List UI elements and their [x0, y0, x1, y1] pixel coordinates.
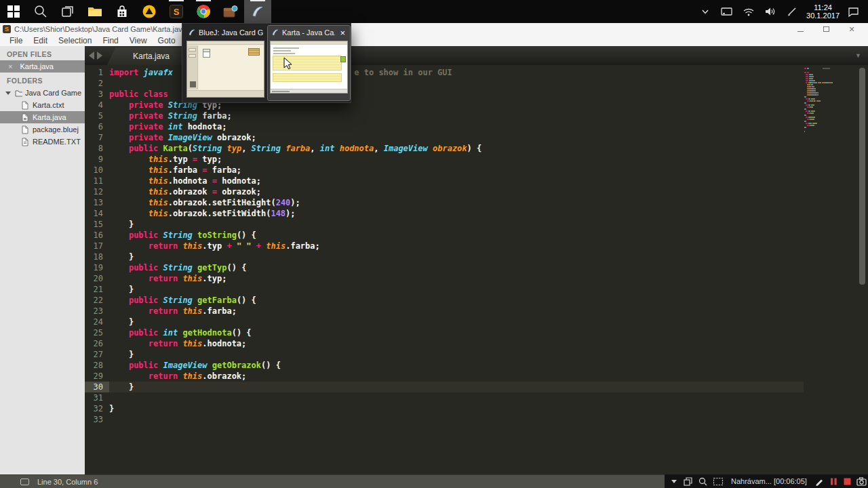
taskbar-clock[interactable]: 11:24 30.1.2017 [806, 3, 840, 20]
code-line-24: 24 } [85, 317, 804, 327]
file-icon [22, 125, 29, 134]
recorder-camera-icon[interactable] [856, 476, 867, 487]
recorder-pencil-icon[interactable] [814, 476, 825, 487]
bluej-icon [188, 26, 195, 39]
line-number: 4 [85, 100, 109, 110]
tree-file-package-bluej[interactable]: package.bluej [0, 123, 85, 136]
line-number: 32 [85, 403, 109, 414]
open-file-karta-java[interactable]: × Karta.java [0, 60, 85, 73]
menu-goto[interactable]: Goto [153, 36, 181, 45]
window-controls: ✕ [796, 25, 865, 34]
pen-icon[interactable] [785, 4, 800, 19]
menu-file[interactable]: File [4, 36, 28, 45]
tree-file-karta-ctxt[interactable]: Karta.ctxt [0, 99, 85, 111]
line-number: 29 [85, 371, 109, 382]
bluej-main-thumbnail[interactable] [186, 41, 264, 98]
taskbar-app-buttons: S [0, 0, 271, 23]
code-editor[interactable]: 1import javafx e to show in our GUI23pub… [85, 65, 868, 474]
code-line-13: 13 this.obrazok.setFitHeight(240); [85, 197, 804, 208]
close-file-icon[interactable]: × [8, 62, 12, 70]
code-line-8: 8 public Karta(String typ, String farba,… [85, 143, 804, 154]
preview-label: BlueJ: Java Card Ga... [199, 28, 263, 37]
tree-file-readme-txt[interactable]: README.TXT [0, 136, 85, 148]
minimize-button[interactable] [796, 25, 804, 33]
vintage-mode-icon[interactable] [20, 479, 29, 485]
store-taskbar-button[interactable] [108, 0, 136, 23]
bluej-icon [271, 26, 279, 39]
recorder-status-text: Nahrávam... [00:06:05] [731, 477, 807, 485]
svg-text:S: S [174, 7, 180, 17]
bluej-class-icon [203, 49, 210, 58]
recorder-menu-icon[interactable] [670, 476, 678, 487]
preview-karta-editor[interactable]: Karta - Java Ca... × [268, 26, 350, 100]
recorder-copy-icon[interactable] [683, 476, 693, 487]
preview-bluej-main[interactable]: BlueJ: Java Card Ga... [184, 26, 267, 100]
line-number: 9 [85, 154, 109, 165]
menu-selection[interactable]: Selection [53, 36, 97, 45]
tab-next-icon[interactable] [97, 52, 102, 60]
package-app-taskbar-button[interactable] [217, 0, 244, 23]
chevron-down-icon[interactable] [698, 4, 713, 19]
file-tree: Karta.ctxtKarta.javapackage.bluejREADME.… [0, 99, 85, 148]
code-line-27: 27 } [85, 349, 804, 360]
mouse-cursor [283, 57, 293, 73]
display-icon[interactable] [719, 4, 734, 19]
line-number: 18 [85, 251, 109, 262]
recorder-magnifier-icon[interactable] [698, 476, 708, 487]
task-view-taskbar-button[interactable] [54, 0, 81, 23]
minimap[interactable] [804, 68, 849, 135]
line-number: 25 [85, 327, 109, 338]
line-number: 30 [85, 382, 109, 392]
code-line-17: 17 return this.typ + " " + this.farba; [85, 241, 804, 251]
code-line-21: 21 } [85, 284, 804, 295]
menu-find[interactable]: Find [97, 36, 123, 45]
line-number: 26 [85, 338, 109, 349]
bluej-taskbar-button[interactable] [244, 0, 271, 23]
close-button[interactable]: ✕ [848, 25, 856, 34]
menu-view[interactable]: View [124, 36, 153, 45]
folder-java-card-game[interactable]: Java Card Game [0, 87, 85, 99]
file-label: Karta.java [33, 113, 66, 121]
start-taskbar-button[interactable] [0, 0, 27, 23]
line-number: 31 [85, 392, 109, 403]
recorder-pause-icon[interactable] [829, 476, 838, 487]
recorder-stop-icon[interactable] [843, 476, 852, 487]
action-center-icon[interactable] [846, 4, 861, 19]
recorder-region-icon[interactable] [713, 476, 724, 487]
bluej-compile-indicator [190, 81, 196, 87]
line-number: 1 [85, 67, 109, 78]
preview-label: Karta - Java Ca... [282, 28, 335, 37]
code-line-26: 26 return this.hodnota; [85, 338, 804, 349]
tab-prev-icon[interactable] [89, 52, 94, 60]
line-number: 3 [85, 89, 109, 100]
tab-navigation [89, 52, 102, 60]
vertical-scrollbar[interactable] [859, 68, 865, 285]
file-explorer-taskbar-button[interactable] [81, 0, 108, 23]
window-title: C:\Users\Shior\Desktop\Java Card Game\Ka… [14, 25, 203, 33]
folders-header: FOLDERS [0, 73, 85, 87]
search-taskbar-button[interactable] [27, 0, 54, 23]
antivirus-taskbar-button[interactable] [136, 0, 163, 23]
bluej-editor-thumbnail[interactable] [270, 41, 348, 98]
tree-file-karta-java[interactable]: Karta.java [0, 111, 85, 123]
maximize-button[interactable] [822, 25, 830, 33]
wifi-icon[interactable] [741, 4, 756, 19]
chrome-taskbar-button[interactable] [190, 0, 217, 23]
line-number: 6 [85, 121, 109, 132]
volume-icon[interactable] [763, 4, 778, 19]
code-line-29: 29 return this.obrazok; [85, 371, 804, 382]
code-line-5: 5 private String farba; [85, 110, 804, 121]
line-number: 12 [85, 186, 109, 197]
screen: S 11:24 30.1.2017 S C:\Users\Shior\Deskt… [0, 0, 868, 488]
sublime-text-taskbar-button[interactable]: S [163, 0, 190, 23]
folder-label: Java Card Game [25, 89, 81, 97]
clock-time: 11:24 [806, 3, 840, 12]
line-number: 21 [85, 284, 109, 295]
line-number: 28 [85, 360, 109, 371]
code-line-33: 33 [85, 414, 804, 425]
menu-edit[interactable]: Edit [28, 36, 53, 45]
bluej-editor-compile-button [340, 56, 346, 62]
expander-icon[interactable] [5, 92, 11, 95]
preview-close-icon[interactable]: × [338, 28, 347, 37]
tab-overflow-icon[interactable]: ▼ [855, 52, 861, 59]
